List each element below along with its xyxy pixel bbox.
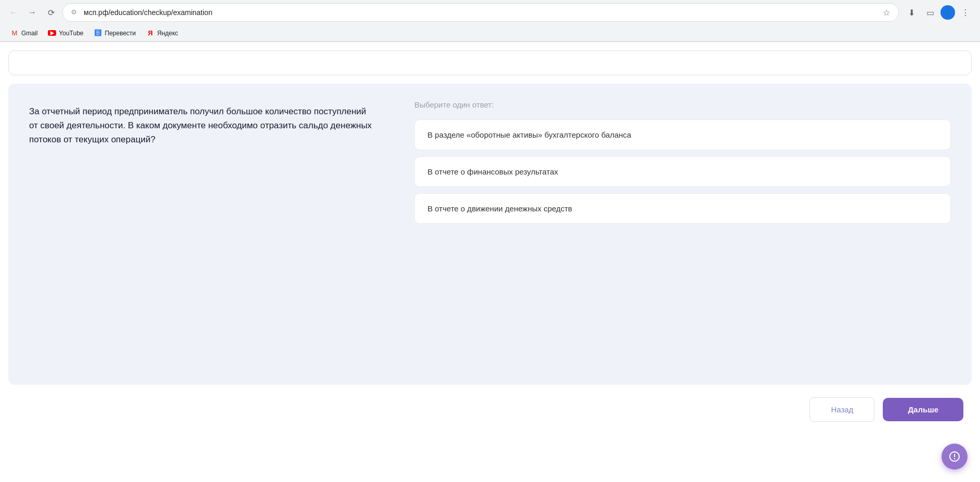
chat-bubble-button[interactable] xyxy=(942,444,968,470)
next-button[interactable]: Дальше xyxy=(883,398,963,421)
question-card: За отчетный период предприниматель получ… xyxy=(8,84,972,385)
answer-option-2[interactable]: В отчете о финансовых результатах xyxy=(414,156,951,187)
gmail-favicon: M xyxy=(10,29,19,37)
bookmark-youtube-label: YouTube xyxy=(59,30,83,37)
download-button[interactable]: ⬇ xyxy=(903,4,920,21)
bookmark-translate[interactable]: 🅱 Перевести xyxy=(90,27,140,39)
toolbar-actions: ⬇ ▭ 👤 ⋮ xyxy=(903,4,974,21)
address-bar[interactable]: ⊙ мсп.рф/education/checkup/examination ☆ xyxy=(62,3,899,22)
navigation-buttons: Назад Дальше xyxy=(8,385,972,430)
url-display: мсп.рф/education/checkup/examination xyxy=(84,8,879,17)
bookmarks-bar: M Gmail YouTube 🅱 Перевести Я Яндекс xyxy=(0,25,980,42)
browser-chrome: ← → ⟳ ⊙ мсп.рф/education/checkup/examina… xyxy=(0,0,980,42)
bookmark-youtube[interactable]: YouTube xyxy=(44,27,87,39)
profile-button[interactable]: 👤 xyxy=(940,5,955,20)
page-content: За отчетный период предприниматель получ… xyxy=(0,42,980,482)
question-left-panel: За отчетный период предприниматель получ… xyxy=(8,84,394,385)
bookmark-star-icon[interactable]: ☆ xyxy=(883,8,890,18)
bookmark-yandex-label: Яндекс xyxy=(157,30,178,37)
yandex-favicon: Я xyxy=(146,29,154,37)
answer-prompt: Выберите один ответ: xyxy=(414,100,951,109)
partial-card xyxy=(8,50,972,75)
translate-favicon: 🅱 xyxy=(94,29,102,37)
bookmark-translate-label: Перевести xyxy=(105,30,136,37)
answer-option-3[interactable]: В отчете о движении денежных средств xyxy=(414,193,951,224)
question-right-panel: Выберите один ответ: В разделе «оборотны… xyxy=(394,84,972,385)
chat-icon xyxy=(948,450,961,463)
answer-option-1[interactable]: В разделе «оборотные активы» бухгалтерск… xyxy=(414,119,951,150)
bookmark-yandex[interactable]: Я Яндекс xyxy=(142,27,182,39)
menu-button[interactable]: ⋮ xyxy=(957,4,974,21)
question-text: За отчетный период предприниматель получ… xyxy=(29,104,373,147)
back-button[interactable]: Назад xyxy=(809,397,874,422)
bookmark-gmail[interactable]: M Gmail xyxy=(6,27,42,39)
forward-nav-button[interactable]: → xyxy=(25,5,40,20)
reload-button[interactable]: ⟳ xyxy=(44,5,58,20)
youtube-favicon xyxy=(48,29,56,37)
site-security-icon: ⊙ xyxy=(71,8,80,17)
back-nav-button[interactable]: ← xyxy=(6,5,21,20)
bookmark-gmail-label: Gmail xyxy=(21,30,37,37)
browser-toolbar: ← → ⟳ ⊙ мсп.рф/education/checkup/examina… xyxy=(0,0,980,25)
sidebar-toggle-button[interactable]: ▭ xyxy=(922,4,938,21)
youtube-icon xyxy=(48,30,56,36)
